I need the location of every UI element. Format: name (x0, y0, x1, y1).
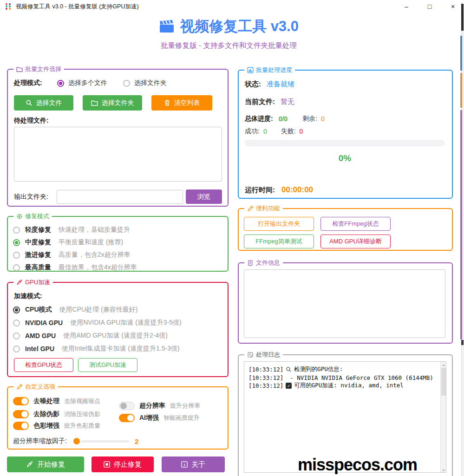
radio-aggressive-repair (13, 252, 20, 259)
gpu-option-amd[interactable]: AMD GPU 使用AMD GPU加速 (速度提升2-4倍) (13, 332, 168, 340)
scroll-down-arrow[interactable]: ▼ (441, 469, 446, 472)
repair-option-light[interactable]: 轻度修复 快速处理，基础质量提升 (13, 226, 130, 234)
process-mode-label: 处理模式: (14, 79, 42, 87)
minimap-segment-blue (460, 36, 462, 71)
status-value: 准备就绪 (267, 80, 294, 89)
panel-custom-options-legend: 自定义选项 (13, 383, 58, 391)
pen-icon (247, 205, 254, 212)
output-folder-label: 输出文件夹: (14, 193, 48, 201)
runtime-label: 运行时间: (245, 186, 275, 195)
window-title: 视频修复工具 v3.0 - 批量修复版 (支持GPU加速) (16, 3, 139, 11)
select-files-button[interactable]: 选择文件 (14, 95, 73, 111)
trash-icon (164, 99, 170, 106)
open-output-folder-button[interactable]: 打开输出文件夹 (244, 217, 314, 231)
remaining-label: 剩余: (302, 115, 317, 123)
scale-slider-label: 超分辨率缩放因子: (13, 437, 67, 445)
log-line: [10:33:12] - NVIDIA NVIDIA GeForce GTX 1… (248, 374, 433, 382)
test-gpu-button[interactable]: 测试GPU加速 (78, 358, 137, 372)
check-gpu-button[interactable]: 检查GPU状态 (14, 358, 73, 372)
rocket-icon (16, 279, 23, 286)
minimap-mark (461, 340, 464, 345)
log-scrollbar[interactable]: ▲ ▼ (440, 362, 446, 473)
radio-intel-gpu (13, 346, 20, 352)
success-label: 成功: (245, 127, 260, 136)
log-line: [10:33:12] ✓ 可用的GPU加速: nvidia, amd, inte… (248, 382, 433, 390)
gpu-option-intel[interactable]: Intel GPU 使用Intel集成显卡加速 (速度提升1.5-3倍) (13, 345, 180, 353)
page-title: 视频修复工具 v3.0 (180, 17, 299, 36)
stop-repair-button[interactable]: 停止修复 (91, 456, 154, 472)
titlebar: 视频修复工具 v3.0 - 批量修复版 (支持GPU加速) – □ × (0, 0, 464, 13)
radio-folder-mode[interactable] (123, 80, 130, 87)
denoise-toggle[interactable] (13, 397, 29, 405)
ffmpeg-test-button[interactable]: FFmpeg简单测试 (244, 235, 314, 248)
memo-icon (247, 352, 254, 358)
page-subtitle: 批量修复版 - 支持多文件和文件夹批量处理 (0, 41, 457, 51)
slider-track[interactable] (81, 440, 129, 443)
log-scrollbar-thumb[interactable] (441, 368, 446, 396)
stop-icon (104, 461, 110, 468)
minimize-button[interactable]: – (402, 0, 411, 13)
radio-cpu-mode (13, 306, 20, 313)
rocket-icon (26, 461, 33, 468)
current-file-value: 暂无 (281, 98, 294, 106)
progress-percent: 0% (245, 153, 445, 163)
gpu-option-cpu[interactable]: CPU模式 使用CPU处理 (兼容性最好) (13, 306, 137, 314)
clear-list-button[interactable]: 清空列表 (151, 95, 212, 111)
pending-files-label: 待处理文件: (14, 117, 49, 125)
repair-option-best[interactable]: 最高质量 最佳效果，包含4x超分辨率 (13, 263, 137, 272)
overall-progress-label: 总体进度: (245, 115, 273, 123)
accel-mode-label: 加速模式: (14, 292, 42, 300)
select-folder-button[interactable]: 选择文件夹 (83, 95, 142, 111)
overall-progress-value: 0/0 (279, 115, 288, 123)
radio-light-repair (13, 227, 20, 234)
minimap-segment-orange (460, 73, 462, 108)
app-icon (5, 3, 12, 10)
info-icon (181, 461, 188, 468)
pending-files-list[interactable] (14, 127, 222, 182)
check-ffmpeg-button[interactable]: 检查FFmpeg状态 (320, 217, 391, 231)
remaining-value: 0 (321, 115, 325, 123)
radio-multi-files[interactable] (57, 80, 64, 87)
scroll-up-arrow[interactable]: ▲ (441, 363, 446, 366)
minimap-segment-purple (460, 110, 462, 339)
repair-option-medium[interactable]: 中度修复 平衡质量和速度 (推荐) (13, 238, 123, 247)
color-enhance-toggle[interactable] (13, 422, 29, 430)
header: 视频修复工具 v3.0 批量修复版 - 支持多文件和文件夹批量处理 (0, 17, 457, 51)
radio-medium-repair (13, 239, 20, 246)
status-label: 状态: (245, 80, 261, 89)
search-icon (286, 366, 292, 372)
repair-option-aggressive[interactable]: 激进修复 高质量，包含2x超分辨率 (13, 251, 131, 259)
window-scrollbar-thumb[interactable] (461, 4, 464, 31)
ai-enhance-toggle[interactable] (119, 414, 135, 422)
browse-button[interactable]: 浏览 (186, 189, 222, 204)
radio-nvidia-gpu (13, 320, 20, 326)
amd-diagnose-button[interactable]: AMD GPU详细诊断 (320, 235, 391, 248)
slider-handle[interactable] (73, 438, 80, 444)
output-folder-input[interactable] (57, 190, 183, 204)
gear-icon (16, 213, 23, 220)
window-scroll-strip (460, 0, 464, 476)
process-mode-row: 处理模式: 选择多个文件 选择文件夹 (14, 78, 167, 88)
start-repair-button[interactable]: 开始修复 (7, 456, 84, 472)
radio-folder-mode-label[interactable]: 选择文件夹 (134, 79, 167, 87)
maximize-button[interactable]: □ (425, 0, 434, 13)
radio-multi-files-label[interactable]: 选择多个文件 (68, 79, 107, 87)
folder-icon (91, 99, 98, 106)
search-icon (26, 99, 33, 106)
gpu-option-nvidia[interactable]: NVIDIA GPU 使用NVIDIA GPU加速 (速度提升3-5倍) (13, 319, 182, 327)
toggle-row-ai: AI增强 智能画质提升 (119, 414, 200, 422)
pen-icon (16, 384, 23, 390)
panel-progress-legend: 批量处理进度 (244, 66, 295, 74)
superres-toggle[interactable] (119, 402, 135, 410)
progress-bar (245, 140, 445, 146)
app-window: 视频修复工具 v3.0 - 批量修复版 (支持GPU加速) – □ × 视频修复… (0, 0, 464, 476)
close-button[interactable]: × (448, 0, 457, 13)
panel-file-info-legend: 文件信息 (244, 259, 283, 267)
slider-value: 2 (135, 437, 138, 445)
check-icon: ✓ (286, 383, 292, 389)
file-info-text[interactable] (244, 269, 445, 338)
about-button[interactable]: 关于 (162, 456, 225, 472)
bar-chart-icon (247, 67, 254, 73)
deartifact-toggle[interactable] (13, 410, 29, 418)
panel-log-legend: 处理日志 (244, 351, 283, 359)
